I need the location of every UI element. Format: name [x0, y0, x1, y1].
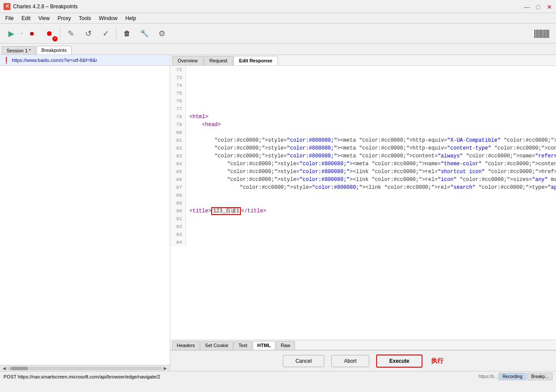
refresh-button[interactable]: ↺: [80, 26, 96, 41]
play-icon: ▶: [8, 29, 14, 38]
trash-icon: 🗑: [124, 30, 130, 37]
bottom-tab-text[interactable]: Text: [233, 341, 252, 350]
line-number: 86: [170, 176, 186, 184]
session-tab-1-label: Session 1 *: [7, 48, 31, 53]
minimize-button[interactable]: —: [524, 3, 530, 10]
abort-button[interactable]: Abort: [331, 355, 369, 367]
url-error-icon: ❗: [3, 57, 10, 64]
edit-button[interactable]: ✎: [63, 26, 79, 41]
settings-button[interactable]: ⚙: [154, 26, 170, 41]
code-line: 89: [170, 199, 556, 207]
line-content: [186, 129, 189, 136]
cancel-button[interactable]: Cancel: [283, 355, 324, 367]
status-url: https://b...: [478, 374, 498, 379]
session-tab-breakpoints-label: Breakpoints: [41, 48, 67, 53]
validate-button[interactable]: ✓: [98, 26, 113, 41]
line-number: 93: [170, 231, 186, 239]
line-content: "color:#cc0000;">style="color:#800080;">…: [186, 184, 556, 191]
line-number: 84: [170, 160, 186, 168]
main-area: ❗ https://www.baidu.com/s?ie=utf-8&f=8&r…: [0, 55, 556, 371]
breakpoint-icon: ⏺: [46, 30, 53, 37]
menu-edit[interactable]: Edit: [18, 14, 34, 22]
start-button[interactable]: ▶: [3, 26, 19, 41]
session-tab-1[interactable]: Session 1 *: [2, 46, 36, 55]
breakpoints-badge[interactable]: Breakp...: [527, 373, 553, 380]
line-content: "color:#cc0000;">style="color:#800080;">…: [186, 152, 556, 160]
menu-file[interactable]: File: [2, 14, 17, 22]
bottom-tab-html[interactable]: HTML: [253, 341, 276, 350]
menu-proxy[interactable]: Proxy: [54, 14, 75, 22]
code-line: 92: [170, 223, 556, 231]
execute-button[interactable]: Execute: [376, 355, 422, 368]
menu-window[interactable]: Window: [96, 14, 121, 22]
left-scrollbar[interactable]: ◀ ▶: [0, 365, 170, 371]
toolbar: ▶ • ● ⏺ ✓ ✎ ↺ ✓ 🗑 🔧 ⚙ |||||||||||: [0, 24, 556, 44]
url-text: https://www.baidu.com/s?ie=utf-8&f=8&r: [12, 58, 97, 63]
line-number: 82: [170, 144, 186, 152]
bottom-tab-headers[interactable]: Headers: [172, 341, 200, 350]
status-right: https://b... Recording Breakp...: [478, 373, 553, 380]
line-content: "color:#cc0000;">style="color:#800080;">…: [186, 136, 556, 144]
code-line: 74: [170, 82, 556, 89]
left-panel-content: [0, 66, 170, 365]
line-content: <head>: [186, 121, 221, 129]
code-line: 90<title>123_百读1</title>: [170, 207, 556, 215]
line-content: "color:#cc0000;">style="color:#800080;">…: [186, 160, 556, 168]
line-content: [186, 105, 189, 113]
session-tab-breakpoints[interactable]: Breakpoints: [37, 46, 72, 55]
line-content: "color:#cc0000;">style="color:#800080;">…: [186, 144, 556, 152]
panel-tabs: Overview Request Edit Response: [170, 55, 556, 66]
line-number: 77: [170, 105, 186, 113]
scroll-track[interactable]: [7, 367, 163, 370]
toolbar-dot: •: [21, 31, 22, 36]
execute-label-chinese: 执行: [431, 357, 443, 365]
line-content: "color:#cc0000;">style="color:#800080;">…: [186, 176, 556, 184]
line-content: <html>: [186, 113, 208, 121]
tab-overview[interactable]: Overview: [172, 56, 203, 65]
barcode-icon: |||||||||||: [534, 28, 549, 38]
tab-edit-response[interactable]: Edit Response: [233, 56, 278, 65]
window-controls[interactable]: — □ ✕: [524, 3, 553, 10]
scroll-thumb[interactable]: [10, 367, 28, 370]
code-line: 93: [170, 231, 556, 239]
line-content: [186, 89, 189, 97]
menu-help[interactable]: Help: [122, 14, 140, 22]
line-number: 90: [170, 207, 186, 215]
scroll-left-arrow[interactable]: ◀: [2, 366, 7, 371]
code-editor[interactable]: 72737475767778<html>79 <head>8081 "color…: [170, 66, 556, 340]
code-line: 78<html>: [170, 113, 556, 121]
scroll-right-arrow[interactable]: ▶: [163, 366, 168, 371]
tab-request[interactable]: Request: [204, 56, 233, 65]
close-button[interactable]: ✕: [546, 3, 553, 10]
maximize-button[interactable]: □: [535, 3, 541, 10]
line-content: [186, 66, 189, 74]
toolbar-separator-2: [116, 27, 117, 40]
menu-tools[interactable]: Tools: [76, 14, 95, 22]
code-line: 83 "color:#cc0000;">style="color:#800080…: [170, 152, 556, 160]
line-number: 76: [170, 97, 186, 105]
pencil-icon: ✎: [68, 29, 74, 38]
app-icon-symbol: [5, 3, 9, 9]
line-number: 83: [170, 152, 186, 160]
line-number: 74: [170, 82, 186, 89]
bottom-tab-setcookie[interactable]: Set Cookie: [200, 341, 233, 350]
tools-button[interactable]: 🔧: [137, 26, 152, 41]
bottom-tab-raw[interactable]: Raw: [276, 341, 295, 350]
app-icon: [3, 3, 10, 10]
line-number: 94: [170, 239, 186, 246]
breakpoint-button[interactable]: ⏺ ✓: [41, 26, 57, 41]
line-number: 89: [170, 199, 186, 207]
code-line: 80: [170, 129, 556, 136]
record-button[interactable]: ●: [24, 26, 40, 41]
status-bar: POST https://nav.smartscreen.microsoft.c…: [0, 371, 556, 382]
trash-button[interactable]: 🗑: [119, 26, 135, 41]
app-title: Charles 4.2.8 – Breakpoints: [13, 3, 78, 10]
left-panel: ❗ https://www.baidu.com/s?ie=utf-8&f=8&r…: [0, 55, 170, 371]
line-number: 73: [170, 74, 186, 82]
recording-badge[interactable]: Recording: [498, 373, 526, 380]
bottom-tab-setcookie-label: Set Cookie: [205, 343, 229, 348]
menu-view[interactable]: View: [35, 14, 53, 22]
status-text: POST https://nav.smartscreen.microsoft.c…: [3, 374, 160, 379]
line-number: 92: [170, 223, 186, 231]
breakpoint-badge: ✓: [52, 36, 58, 41]
